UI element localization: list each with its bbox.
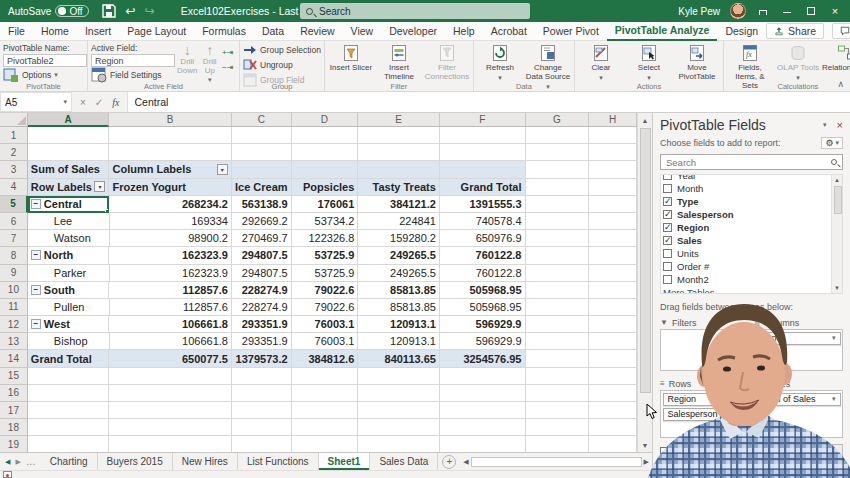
row-header-4[interactable]: 4	[0, 179, 28, 196]
row-header-18[interactable]: 18	[0, 419, 28, 436]
cell-A11[interactable]: Pullen	[28, 299, 110, 316]
cell-C5[interactable]: 563138.9	[232, 196, 292, 213]
ribbon-tab-review[interactable]: Review	[292, 22, 342, 41]
cell-C1[interactable]	[232, 127, 292, 144]
cell-B19[interactable]	[109, 436, 231, 452]
field-item-month2[interactable]: Month2	[663, 273, 840, 286]
row-header-15[interactable]: 15	[0, 368, 28, 385]
cell-D10[interactable]: 79022.6	[292, 282, 359, 299]
select-all-corner[interactable]	[0, 113, 28, 127]
cell-E1[interactable]	[358, 127, 440, 144]
field-checkbox-month2[interactable]	[663, 275, 672, 284]
ungroup-button[interactable]: Ungroup	[243, 58, 293, 71]
cell-C18[interactable]	[232, 419, 292, 436]
cell-F12[interactable]: 596929.9	[440, 316, 526, 333]
sheet-nav-right-icon[interactable]: ▶	[15, 458, 20, 466]
cell-C19[interactable]	[232, 436, 292, 452]
insert-timeline-button[interactable]: Insert Timeline	[376, 43, 422, 82]
cell-H1[interactable]	[589, 127, 637, 144]
cell-C10[interactable]: 228274.9	[232, 282, 292, 299]
cell-G1[interactable]	[526, 127, 590, 144]
cell-C11[interactable]: 228274.9	[232, 299, 292, 316]
cell-C16[interactable]	[232, 385, 292, 402]
rows-field-salesperson[interactable]: Salesperson▾	[663, 408, 747, 421]
row-header-10[interactable]: 10	[0, 282, 28, 299]
cell-H14[interactable]	[589, 350, 637, 367]
cell-E13[interactable]: 120913.1	[358, 333, 440, 350]
cell-D11[interactable]: 79022.6	[292, 299, 359, 316]
cell-H13[interactable]	[589, 333, 637, 350]
cell-B5[interactable]: 268234.2	[109, 196, 231, 213]
cell-C2[interactable]	[232, 144, 292, 161]
close-button[interactable]: ×	[828, 5, 842, 17]
cell-E9[interactable]: 249265.5	[358, 265, 440, 282]
rows-field-region[interactable]: Region▾	[663, 393, 747, 406]
columns-area[interactable]: Type▾	[755, 329, 844, 371]
filters-area[interactable]	[660, 329, 749, 371]
cell-F16[interactable]	[440, 385, 526, 402]
collapse-ribbon-icon[interactable]: ∧	[837, 79, 844, 89]
drill-up-button[interactable]: ↑ Drill Up▾	[200, 43, 221, 84]
cell-D18[interactable]	[292, 419, 359, 436]
insert-slicer-button[interactable]: Insert Slicer	[328, 43, 374, 73]
cell-E3[interactable]	[358, 161, 440, 178]
field-scroll-up-icon[interactable]: ▲	[832, 175, 842, 185]
cell-F4[interactable]: Grand Total	[440, 179, 526, 196]
cell-A9[interactable]: Parker	[28, 265, 110, 282]
cell-H11[interactable]	[589, 299, 637, 316]
cell-H2[interactable]	[589, 144, 637, 161]
cell-F9[interactable]: 760122.8	[440, 265, 526, 282]
field-item-region[interactable]: Region	[663, 221, 840, 234]
cell-H10[interactable]	[589, 282, 637, 299]
cell-G16[interactable]	[526, 385, 590, 402]
cell-D16[interactable]	[292, 385, 359, 402]
cell-F10[interactable]: 505968.95	[440, 282, 526, 299]
cell-H16[interactable]	[589, 385, 637, 402]
cell-E12[interactable]: 120913.1	[358, 316, 440, 333]
values-area[interactable]: Sum of Sales▾	[755, 390, 844, 438]
formula-input[interactable]: Central	[128, 92, 850, 112]
cell-C4[interactable]: Ice Cream	[232, 179, 292, 196]
cell-C7[interactable]: 270469.7	[232, 230, 292, 247]
sheet-nav-ellipsis[interactable]: …	[26, 456, 36, 467]
cell-D5[interactable]: 176061	[292, 196, 359, 213]
cell-E7[interactable]: 159280.2	[358, 230, 440, 247]
sheet-tab-charting[interactable]: Charting	[41, 453, 98, 470]
cell-G13[interactable]	[526, 333, 590, 350]
cell-G7[interactable]	[526, 230, 590, 247]
cell-F11[interactable]: 505968.95	[440, 299, 526, 316]
cell-G4[interactable]	[526, 179, 590, 196]
cell-B12[interactable]: 106661.8	[109, 316, 231, 333]
cell-B1[interactable]	[109, 127, 231, 144]
field-list-scrollbar[interactable]: ▲ ▼	[831, 175, 842, 293]
values-field-sum-of-sales[interactable]: Sum of Sales▾	[757, 393, 841, 406]
comments-button[interactable]: Comments	[832, 23, 850, 39]
field-checkbox-region[interactable]	[663, 223, 672, 232]
cell-C14[interactable]: 1379573.2	[232, 350, 292, 367]
column-header-h[interactable]: H	[589, 113, 637, 127]
cell-D3[interactable]	[292, 161, 359, 178]
scroll-up-icon[interactable]: ▲	[638, 113, 652, 127]
cell-D19[interactable]	[292, 436, 359, 452]
ribbon-tab-insert[interactable]: Insert	[77, 22, 119, 41]
more-tables-link[interactable]: More Tables...	[663, 286, 840, 294]
cell-C15[interactable]	[232, 368, 292, 385]
name-box-dropdown-icon[interactable]: ▾	[63, 98, 67, 106]
user-avatar[interactable]	[730, 3, 746, 19]
cell-F17[interactable]	[440, 402, 526, 419]
ribbon-tab-design[interactable]: Design	[717, 22, 766, 41]
fill-handle[interactable]	[105, 209, 109, 213]
sheet-tab-new-hires[interactable]: New Hires	[173, 453, 238, 470]
column-header-b[interactable]: B	[109, 113, 231, 127]
chip-dropdown-icon[interactable]: ▾	[832, 334, 836, 342]
macro-record-icon[interactable]	[3, 471, 12, 478]
cell-H17[interactable]	[589, 402, 637, 419]
cell-G5[interactable]	[526, 196, 590, 213]
cell-D14[interactable]: 384812.6	[292, 350, 359, 367]
cell-H7[interactable]	[589, 230, 637, 247]
cancel-icon[interactable]: ×	[80, 97, 86, 108]
cell-D15[interactable]	[292, 368, 359, 385]
cell-A10[interactable]: −South	[28, 282, 110, 299]
vertical-scroll-thumb[interactable]	[640, 128, 651, 393]
cell-F14[interactable]: 3254576.95	[440, 350, 526, 367]
